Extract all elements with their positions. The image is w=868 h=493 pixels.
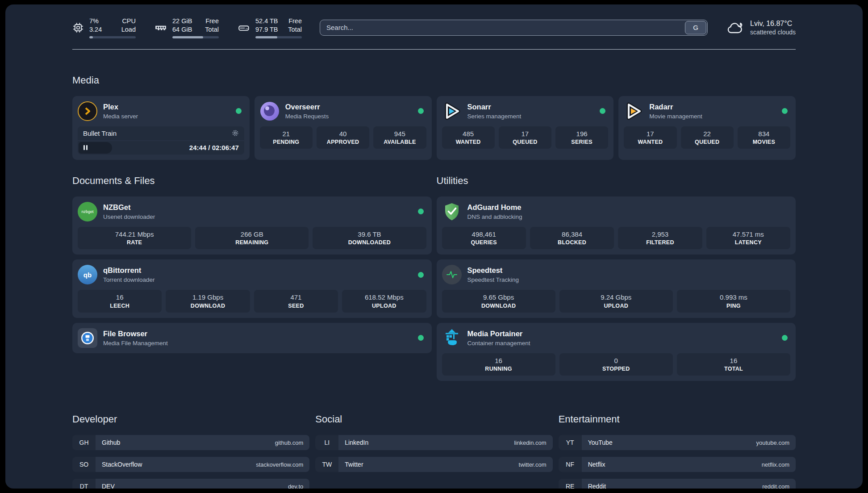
section-utilities: Utilities xyxy=(437,175,796,386)
bookmark-linkedin[interactable]: LI LinkedIn linkedin.com xyxy=(315,435,552,450)
bookmark-group-entertainment: Entertainment YT YouTube youtube.com NF … xyxy=(559,414,796,489)
stat-queries: 498,461 QUERIES xyxy=(442,227,526,250)
cpu-load-label: Load xyxy=(121,25,136,34)
bookmark-tag: RE xyxy=(559,479,582,489)
section-title-utilities: Utilities xyxy=(437,175,796,187)
filebrowser-icon xyxy=(78,328,97,348)
stat-rate: 744.21 Mbps RATE xyxy=(78,227,191,250)
playback-progress-fill xyxy=(79,142,112,154)
bookmark-tag: LI xyxy=(315,435,338,450)
app-card-adguard[interactable]: AdGuard Home DNS and adblocking 498,461 … xyxy=(437,196,796,255)
disk-free-label: Free xyxy=(288,17,302,25)
bookmark-group-developer: Developer GH Github github.com SO StackO… xyxy=(72,414,309,489)
app-card-qbittorrent[interactable]: qb qBittorrent Torrent downloader 16 LEE… xyxy=(72,259,432,318)
bookmark-tag: TW xyxy=(315,457,338,472)
app-name: Plex xyxy=(103,103,138,112)
app-subtitle: Usenet downloader xyxy=(103,213,155,220)
app-card-portainer[interactable]: Media Portainer Container management 16 … xyxy=(437,323,796,381)
app-subtitle: Movie management xyxy=(649,113,702,120)
stat-download: 1.19 Gbps DOWNLOAD xyxy=(166,290,250,313)
app-card-filebrowser[interactable]: File Browser Media File Management xyxy=(72,323,432,353)
bookmark-group-title: Social xyxy=(315,414,552,425)
stat-running: 16 RUNNING xyxy=(442,353,555,376)
ram-free-value: 22 GiB xyxy=(172,17,192,25)
app-name: Sonarr xyxy=(467,103,522,112)
pause-icon[interactable] xyxy=(83,145,88,150)
bookmark-name: YouTube xyxy=(588,439,613,446)
cloud-icon xyxy=(726,20,744,36)
plex-icon xyxy=(78,101,97,121)
ram-stat: 22 GiB Free 64 GiB Total xyxy=(154,17,219,38)
status-dot-online xyxy=(236,108,242,114)
app-card-radarr[interactable]: Radarr Movie management 17 WANTED 22 QUE… xyxy=(618,96,796,160)
stat-series: 196 SERIES xyxy=(555,126,608,149)
bookmark-netflix[interactable]: NF Netflix netflix.com xyxy=(559,457,796,472)
search-input[interactable] xyxy=(321,24,685,31)
app-subtitle: Container management xyxy=(467,340,530,347)
search-provider-button[interactable]: G xyxy=(685,21,706,34)
ram-total-value: 64 GiB xyxy=(172,25,192,34)
bookmark-tag: NF xyxy=(559,457,582,472)
status-dot-online xyxy=(782,335,788,341)
status-dot-online xyxy=(418,209,424,214)
disk-icon xyxy=(238,22,250,33)
stat-queued: 22 QUEUED xyxy=(681,126,734,149)
adguard-icon xyxy=(442,202,462,221)
disk-total-value: 97.9 TB xyxy=(255,25,278,34)
portainer-icon xyxy=(442,328,462,348)
stat-queued: 17 QUEUED xyxy=(499,126,551,149)
bookmark-github[interactable]: GH Github github.com xyxy=(72,435,309,450)
bookmark-url: dev.to xyxy=(288,483,303,489)
radarr-icon xyxy=(624,101,643,121)
overseerr-icon xyxy=(260,101,280,121)
bookmark-url: twitter.com xyxy=(519,461,547,468)
dashboard: 7% CPU 3.24 Load xyxy=(5,4,863,489)
app-card-plex[interactable]: Plex Media server Bullet Train xyxy=(72,96,250,160)
bookmark-reddit[interactable]: RE Reddit reddit.com xyxy=(559,479,796,489)
cpu-load-value: 3.24 xyxy=(89,25,102,34)
stat-seed: 471 SEED xyxy=(254,290,338,313)
disk-stat: 52.4 TB Free 97.9 TB Total xyxy=(238,17,302,38)
header: 7% CPU 3.24 Load xyxy=(72,4,796,38)
stat-download: 9.65 Gbps DOWNLOAD xyxy=(442,290,555,313)
app-card-sonarr[interactable]: Sonarr Series management 485 WANTED 17 Q… xyxy=(437,96,614,160)
app-subtitle: Torrent downloader xyxy=(103,276,155,283)
app-subtitle: Series management xyxy=(467,113,522,120)
status-dot-online xyxy=(600,108,605,114)
stat-upload: 9.24 Gbps UPLOAD xyxy=(559,290,673,313)
app-name: File Browser xyxy=(103,330,168,338)
app-card-speedtest[interactable]: Speedtest Speedtest Tracking 9.65 Gbps D… xyxy=(437,259,796,318)
bookmark-tag: YT xyxy=(559,435,582,450)
playback-progress-bar[interactable]: 24:44 / 02:06:47 xyxy=(78,141,244,155)
stat-wanted: 17 WANTED xyxy=(624,126,676,149)
weather-condition: scattered clouds xyxy=(750,28,796,37)
stat-latency: 47.571 ms LATENCY xyxy=(706,227,790,250)
app-card-nzbget[interactable]: nzbget NZBGet Usenet downloader 744.21 M… xyxy=(72,196,432,255)
app-name: Media Portainer xyxy=(467,330,530,338)
bookmark-youtube[interactable]: YT YouTube youtube.com xyxy=(559,435,796,450)
bookmark-tag: SO xyxy=(72,457,96,472)
stat-stopped: 0 STOPPED xyxy=(559,353,673,376)
bookmark-dev[interactable]: DT DEV dev.to xyxy=(72,479,309,489)
bookmark-name: Reddit xyxy=(588,483,606,489)
bookmark-name: StackOverflow xyxy=(102,461,142,468)
search-bar: G xyxy=(320,20,708,36)
app-card-overseerr[interactable]: Overseerr Media Requests 21 PENDING 40 A… xyxy=(255,96,432,160)
bookmark-twitter[interactable]: TW Twitter twitter.com xyxy=(315,457,552,472)
stat-movies: 834 MOVIES xyxy=(738,126,790,149)
section-title-documents: Documents & Files xyxy=(72,175,432,187)
stat-wanted: 485 WANTED xyxy=(442,126,495,149)
section-documents: Documents & Files nzbget NZBGet Usenet d… xyxy=(72,175,432,358)
disk-free-value: 52.4 TB xyxy=(255,17,278,25)
stat-pending: 21 PENDING xyxy=(260,126,313,149)
bookmark-url: stackoverflow.com xyxy=(256,461,303,468)
bookmark-url: github.com xyxy=(275,439,304,446)
stat-blocked: 86,384 BLOCKED xyxy=(530,227,614,250)
bookmark-stackoverflow[interactable]: SO StackOverflow stackoverflow.com xyxy=(72,457,309,472)
app-name: qBittorrent xyxy=(103,266,155,275)
nzbget-icon: nzbget xyxy=(78,202,97,221)
speedtest-icon xyxy=(442,265,462,284)
bookmark-tag: DT xyxy=(72,479,96,489)
gear-icon[interactable] xyxy=(232,130,239,137)
weather-widget: Lviv, 16.87°C scattered clouds xyxy=(726,19,796,37)
